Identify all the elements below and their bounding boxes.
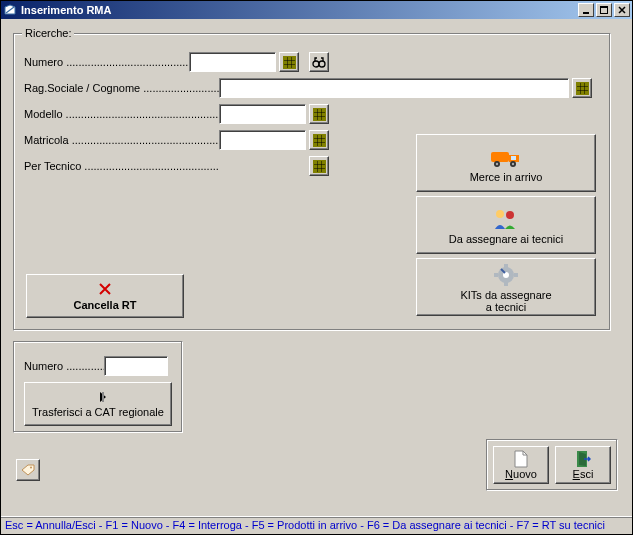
trasferisci-label: Trasferisci a CAT regionale	[32, 406, 164, 418]
group-ricerche: Ricerche: Numero Rag.Sociale / Cognome M…	[13, 33, 611, 331]
merce-in-arrivo-button[interactable]: Merce in arrivo	[416, 134, 596, 192]
nuovo-label: Nuovo	[505, 468, 537, 480]
input-numero2[interactable]	[104, 356, 168, 376]
svg-point-3	[313, 61, 319, 67]
svg-rect-18	[494, 273, 498, 277]
merce-label: Merce in arrivo	[470, 171, 543, 183]
input-matricola[interactable]	[219, 130, 306, 150]
app-icon	[3, 3, 17, 17]
grid-icon	[283, 56, 296, 69]
window-title: Inserimento RMA	[21, 4, 578, 16]
new-document-icon	[513, 450, 529, 468]
maximize-button[interactable]	[596, 3, 612, 17]
svg-point-10	[496, 163, 498, 165]
grid-icon	[313, 160, 326, 173]
svg-rect-17	[504, 282, 508, 286]
arrow-right-icon	[88, 390, 108, 404]
statusbar: Esc = Annulla/Esci - F1 = Nuovo - F4 = I…	[1, 516, 632, 534]
group-ricerche-legend: Ricerche:	[22, 27, 74, 39]
label-numero2: Numero	[24, 360, 104, 372]
input-ragsociale[interactable]	[219, 78, 569, 98]
svg-rect-5	[491, 152, 509, 162]
kits-label-1: KITs da assegnare	[460, 289, 551, 301]
esci-label: Esci	[573, 468, 594, 480]
statusbar-text: Esc = Annulla/Esci - F1 = Nuovo - F4 = I…	[5, 519, 605, 531]
label-numero: Numero	[24, 56, 189, 68]
client-area: Ricerche: Numero Rag.Sociale / Cognome M…	[1, 19, 632, 516]
grid-icon	[313, 134, 326, 147]
svg-rect-0	[583, 12, 589, 14]
group-actions: Nuovo Esci	[486, 439, 618, 491]
grid-icon	[576, 82, 589, 95]
svg-rect-20	[102, 392, 104, 402]
titlebar: Inserimento RMA	[1, 1, 632, 19]
binoculars-icon	[312, 56, 326, 68]
svg-point-12	[496, 210, 504, 218]
minimize-button[interactable]	[578, 3, 594, 17]
grid-icon	[313, 108, 326, 121]
main-window: Inserimento RMA Ricerche: Numero Rag.Soc…	[0, 0, 633, 535]
label-matricola: Matricola	[24, 134, 219, 146]
cancella-rt-label: Cancella RT	[74, 299, 137, 311]
svg-point-11	[512, 163, 514, 165]
svg-point-4	[319, 61, 325, 67]
svg-point-21	[30, 467, 32, 469]
gear-icon	[489, 261, 523, 289]
people-icon	[489, 205, 523, 233]
group-trasferisci: Numero Trasferisci a CAT regionale	[13, 341, 183, 433]
right-actions-panel: Merce in arrivo Da assegnare ai tecnici …	[416, 134, 596, 320]
kits-label-2: a tecnici	[486, 301, 526, 313]
lookup-matricola-button[interactable]	[309, 130, 329, 150]
key-button[interactable]	[16, 459, 40, 481]
lookup-tecnico-button[interactable]	[309, 156, 329, 176]
input-modello[interactable]	[219, 104, 306, 124]
svg-rect-7	[511, 156, 516, 160]
close-button[interactable]	[614, 3, 630, 17]
tag-icon	[20, 463, 36, 477]
label-modello: Modello	[24, 108, 219, 120]
svg-rect-16	[504, 264, 508, 268]
assegnare-label: Da assegnare ai tecnici	[449, 233, 563, 245]
lookup-modello-button[interactable]	[309, 104, 329, 124]
nuovo-button[interactable]: Nuovo	[493, 446, 549, 484]
truck-icon	[489, 143, 523, 171]
svg-rect-2	[600, 6, 608, 8]
lookup-ragsociale-button[interactable]	[572, 78, 592, 98]
delete-x-icon	[97, 281, 113, 297]
trasferisci-button[interactable]: Trasferisci a CAT regionale	[24, 382, 172, 426]
cancella-rt-button[interactable]: Cancella RT	[26, 274, 184, 318]
svg-point-13	[506, 211, 514, 219]
svg-rect-19	[514, 273, 518, 277]
label-tecnico: Per Tecnico	[24, 160, 219, 172]
exit-door-icon	[575, 450, 591, 468]
kits-da-assegnare-button[interactable]: KITs da assegnare a tecnici	[416, 258, 596, 316]
label-ragsociale: Rag.Sociale / Cognome	[24, 82, 219, 94]
esci-button[interactable]: Esci	[555, 446, 611, 484]
search-binoculars-button[interactable]	[309, 52, 329, 72]
lookup-numero-button[interactable]	[279, 52, 299, 72]
da-assegnare-button[interactable]: Da assegnare ai tecnici	[416, 196, 596, 254]
input-numero[interactable]	[189, 52, 276, 72]
